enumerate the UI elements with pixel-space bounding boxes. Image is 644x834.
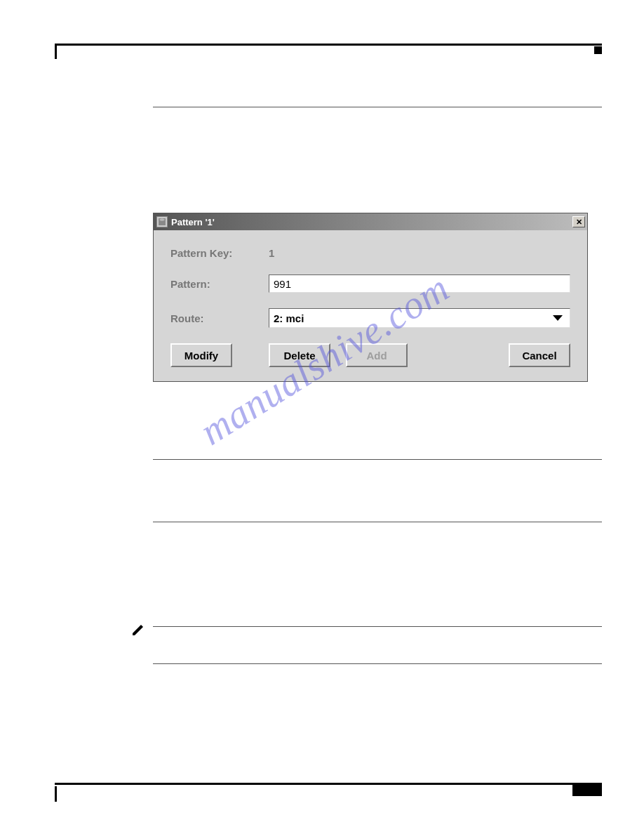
section-rule-2 bbox=[153, 459, 602, 460]
delete-button[interactable]: Delete bbox=[269, 343, 330, 367]
dialog-body: Pattern Key: 1 Pattern: Route: 2: mci Mo… bbox=[154, 230, 587, 381]
close-button[interactable]: ✕ bbox=[572, 216, 585, 227]
pattern-dialog: Pattern '1' ✕ Pattern Key: 1 Pattern: Ro… bbox=[153, 213, 588, 382]
dialog-button-row: Modify Delete Add Cancel bbox=[170, 343, 570, 367]
dialog-title: Pattern '1' bbox=[171, 217, 572, 227]
chevron-down-icon bbox=[553, 315, 563, 321]
dialog-titlebar: Pattern '1' ✕ bbox=[154, 213, 587, 230]
section-rule-3 bbox=[153, 522, 602, 522]
page-top-rule bbox=[55, 44, 602, 46]
route-selected-value: 2: mci bbox=[274, 312, 304, 324]
pattern-label: Pattern: bbox=[170, 278, 269, 290]
pattern-key-value: 1 bbox=[269, 247, 274, 259]
close-icon: ✕ bbox=[576, 218, 582, 227]
app-icon bbox=[156, 216, 168, 227]
svg-marker-1 bbox=[133, 625, 143, 635]
pattern-key-label: Pattern Key: bbox=[170, 247, 269, 259]
add-button: Add bbox=[346, 343, 408, 367]
route-label: Route: bbox=[170, 312, 269, 324]
modify-button[interactable]: Modify bbox=[170, 343, 232, 367]
section-rule-1 bbox=[153, 107, 602, 107]
pencil-icon bbox=[130, 622, 146, 640]
cancel-button[interactable]: Cancel bbox=[509, 343, 570, 367]
page-top-left-marker bbox=[55, 44, 57, 59]
note-rule-bottom bbox=[153, 663, 602, 664]
note-rule-top bbox=[153, 626, 602, 627]
page-number-block bbox=[572, 783, 602, 796]
pattern-input[interactable] bbox=[269, 274, 570, 293]
page-top-right-marker bbox=[594, 46, 602, 54]
page-bottom-left-marker bbox=[55, 786, 57, 802]
page-bottom-rule bbox=[55, 783, 602, 785]
route-select[interactable]: 2: mci bbox=[269, 308, 570, 328]
